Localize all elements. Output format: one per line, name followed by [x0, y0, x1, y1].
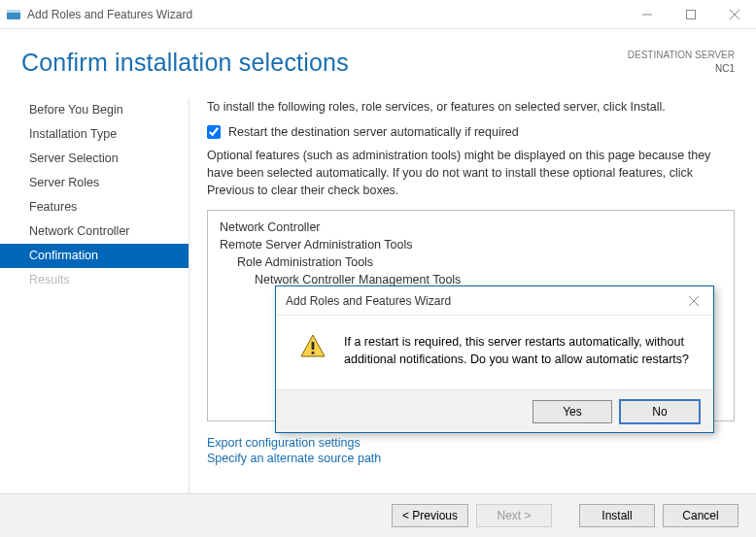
server-manager-icon: [6, 7, 21, 22]
optional-features-note: Optional features (such as administratio…: [207, 147, 735, 199]
restart-checkbox-label: Restart the destination server automatic…: [228, 125, 519, 139]
step-server-roles[interactable]: Server Roles: [0, 171, 189, 195]
next-button: Next >: [476, 504, 552, 527]
wizard-header: Confirm installation selections DESTINAT…: [0, 29, 756, 77]
dialog-body: If a restart is required, this server re…: [276, 316, 713, 389]
titlebar: Add Roles and Features Wizard: [0, 0, 756, 29]
selection-item: Role Administration Tools: [220, 253, 722, 271]
step-features[interactable]: Features: [0, 195, 189, 219]
install-button[interactable]: Install: [579, 504, 655, 527]
dialog-yes-button[interactable]: Yes: [533, 400, 612, 423]
svg-rect-10: [312, 352, 315, 354]
window-title: Add Roles and Features Wizard: [27, 8, 625, 21]
alternate-source-path-link[interactable]: Specify an alternate source path: [207, 451, 735, 466]
previous-button[interactable]: < Previous: [392, 504, 468, 527]
destination-label: DESTINATION SERVER: [628, 49, 735, 62]
export-config-link[interactable]: Export configuration settings: [207, 435, 735, 451]
dialog-title: Add Roles and Features Wizard: [286, 294, 451, 308]
maximize-button[interactable]: [669, 0, 712, 29]
svg-rect-9: [312, 342, 315, 350]
step-before-you-begin[interactable]: Before You Begin: [0, 98, 189, 122]
step-installation-type[interactable]: Installation Type: [0, 122, 189, 147]
confirm-restart-dialog: Add Roles and Features Wizard If a resta…: [275, 285, 714, 433]
dialog-close-button[interactable]: [684, 291, 704, 311]
wizard-steps-sidebar: Before You Begin Installation Type Serve…: [0, 98, 189, 509]
destination-value: NC1: [628, 62, 735, 76]
page-title: Confirm installation selections: [21, 49, 349, 77]
selection-item: Network Controller: [220, 218, 722, 236]
wizard-footer: < Previous Next > Install Cancel: [0, 493, 756, 537]
step-results: Results: [0, 268, 189, 292]
close-icon: [689, 296, 699, 306]
intro-text: To install the following roles, role ser…: [207, 98, 735, 116]
warning-icon: [299, 333, 328, 365]
restart-checkbox[interactable]: [207, 125, 221, 139]
dialog-footer: Yes No: [276, 389, 713, 432]
minimize-button[interactable]: [625, 0, 669, 29]
action-links: Export configuration settings Specify an…: [207, 435, 735, 466]
step-server-selection[interactable]: Server Selection: [0, 147, 189, 171]
step-confirmation[interactable]: Confirmation: [0, 244, 189, 268]
dialog-titlebar: Add Roles and Features Wizard: [276, 286, 713, 316]
close-button[interactable]: [712, 0, 756, 29]
step-network-controller[interactable]: Network Controller: [0, 219, 189, 244]
selection-item: Remote Server Administration Tools: [220, 236, 722, 253]
dialog-no-button[interactable]: No: [620, 400, 700, 423]
svg-rect-3: [686, 10, 695, 18]
svg-rect-1: [7, 10, 20, 13]
destination-info: DESTINATION SERVER NC1: [628, 49, 735, 75]
window-controls: [625, 0, 756, 29]
restart-checkbox-row[interactable]: Restart the destination server automatic…: [207, 125, 735, 139]
cancel-button[interactable]: Cancel: [663, 504, 739, 527]
dialog-message: If a restart is required, this server re…: [344, 333, 696, 368]
